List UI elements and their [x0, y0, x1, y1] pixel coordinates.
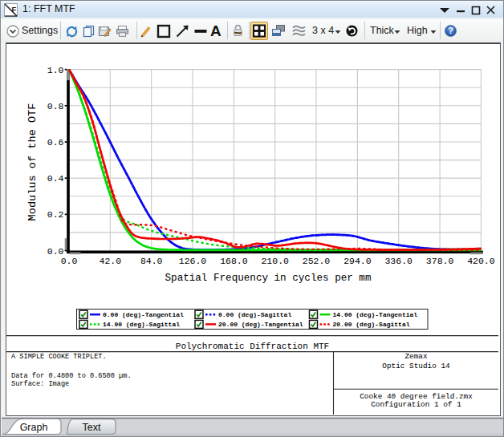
svg-text:Data for 0.4800 to 0.6500 µm.: Data for 0.4800 to 0.6500 µm.	[11, 372, 132, 380]
svg-text:14.00 (deg)-Tangential: 14.00 (deg)-Tangential	[333, 311, 418, 318]
svg-text:168.0: 168.0	[220, 256, 248, 266]
svg-text:F: F	[12, 5, 17, 14]
svg-text:14.00 (deg)-Sagittal: 14.00 (deg)-Sagittal	[103, 321, 180, 328]
svg-text:126.0: 126.0	[179, 256, 207, 266]
svg-text:Polychromatic Diffraction MTF: Polychromatic Diffraction MTF	[176, 342, 329, 351]
svg-text:0.0: 0.0	[61, 256, 78, 266]
svg-text:Configuration 1 of 1: Configuration 1 of 1	[371, 400, 461, 409]
svg-text:210.0: 210.0	[261, 256, 289, 266]
svg-text:336.0: 336.0	[384, 256, 413, 266]
svg-text:0.00 (deg)-Sagittal: 0.00 (deg)-Sagittal	[218, 311, 291, 318]
svg-text:Surface: Image: Surface: Image	[11, 380, 69, 388]
svg-text:252.0: 252.0	[303, 256, 331, 266]
svg-text:420.0: 420.0	[467, 256, 495, 266]
svg-text:1.0: 1.0	[47, 65, 64, 75]
svg-text:378.0: 378.0	[426, 256, 454, 266]
svg-text:Spatial Frequency in cycles pe: Spatial Frequency in cycles per mm	[165, 273, 372, 284]
svg-text:0.6: 0.6	[47, 137, 64, 148]
svg-text:42.0: 42.0	[99, 256, 121, 266]
svg-text:Modulus of the OTF: Modulus of the OTF	[26, 103, 39, 221]
svg-text:20.00 (deg)-Tangential: 20.00 (deg)-Tangential	[218, 321, 303, 328]
svg-text:0.2: 0.2	[47, 209, 64, 220]
svg-text:20.00 (deg)-Sagittal: 20.00 (deg)-Sagittal	[333, 321, 410, 328]
svg-text:0.4: 0.4	[47, 173, 64, 184]
svg-text:Graph: Graph	[20, 422, 48, 433]
svg-text:Text: Text	[83, 422, 101, 433]
svg-text:0.00 (deg)-Tangential: 0.00 (deg)-Tangential	[103, 311, 184, 318]
svg-text:Zemax: Zemax	[404, 352, 428, 361]
svg-text:0.8: 0.8	[47, 101, 64, 111]
svg-text:294.0: 294.0	[343, 256, 372, 266]
svg-text:A SIMPLE COOKE TRIPLET.: A SIMPLE COOKE TRIPLET.	[11, 353, 107, 361]
svg-text:Optic Studio 14: Optic Studio 14	[382, 362, 450, 370]
svg-text:?: ?	[448, 26, 453, 35]
svg-text:84.0: 84.0	[140, 256, 163, 266]
